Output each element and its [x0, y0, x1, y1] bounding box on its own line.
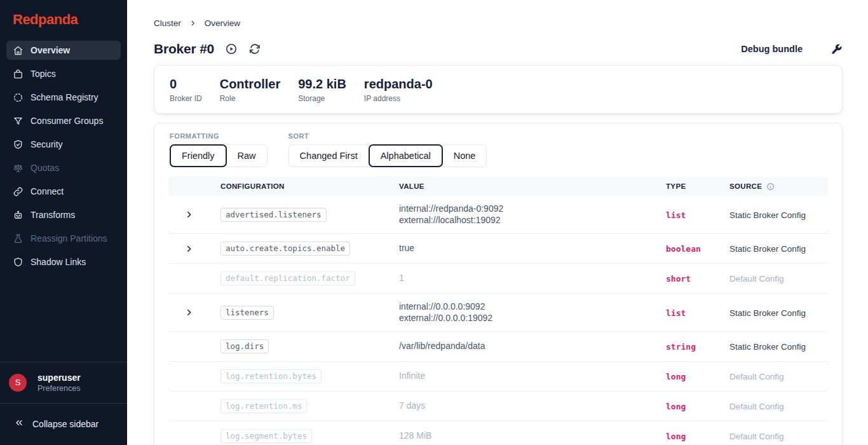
config-source: Default Config [729, 274, 784, 284]
sidebar-item-transforms[interactable]: Transforms [6, 205, 121, 224]
sort-option-alphabetical[interactable]: Alphabetical [369, 144, 443, 167]
expand-chevron-icon[interactable] [185, 245, 220, 253]
page-title: Broker #0 [154, 41, 214, 57]
config-source: Static Broker Config [729, 342, 806, 352]
expand-chevron-icon[interactable] [185, 308, 220, 317]
config-key-badge: log.retention.bytes [220, 369, 322, 383]
config-type: boolean [666, 244, 701, 254]
config-source: Static Broker Config [729, 308, 806, 318]
config-value: true [399, 243, 666, 254]
formatting-label: FORMATTING [170, 132, 268, 140]
table-row[interactable]: advertised.listeners internal://redpanda… [168, 196, 828, 234]
config-type: short [666, 274, 691, 284]
debug-bundle-link[interactable]: Debug bundle [741, 44, 803, 54]
stat-role: Controller Role [220, 76, 281, 103]
config-value: internal://0.0.0.0:9092external://0.0.0.… [399, 301, 666, 324]
config-key-badge: auto.create.topics.enable [220, 242, 350, 256]
sidebar-item-reassign-partitions[interactable]: Reassign Partitions [6, 229, 121, 248]
value-line: /var/lib/redpanda/data [399, 341, 666, 352]
home-icon [12, 44, 24, 56]
config-card: FORMATTING FriendlyRaw SORT Changed Firs… [154, 123, 843, 445]
sidebar-item-label: Topics [31, 69, 56, 79]
table-row[interactable]: auto.create.topics.enable true boolean S… [168, 234, 828, 264]
wrench-icon[interactable] [831, 43, 843, 55]
user-preferences-label[interactable]: Preferences [37, 383, 81, 394]
config-value: 1 [399, 273, 666, 284]
stat-value: redpanda-0 [364, 76, 433, 92]
info-icon[interactable] [766, 182, 775, 191]
sidebar-item-label: Schema Registry [31, 92, 98, 102]
stat-value: 99.2 kiB [298, 76, 346, 92]
sidebar-item-quotas[interactable]: Quotas [6, 158, 121, 177]
sidebar-item-label: Shadow Links [31, 257, 86, 267]
avatar: S [9, 374, 27, 392]
stat-value: Controller [220, 76, 281, 92]
table-header-row: CONFIGURATION VALUE TYPE SOURCE [168, 177, 828, 196]
stat-value: 0 [170, 76, 202, 92]
config-key-badge: listeners [220, 306, 274, 320]
breadcrumb-cluster[interactable]: Cluster [154, 18, 181, 28]
table-row: log.retention.bytes Infinite long Defaul… [168, 362, 828, 392]
config-key-badge: log.dirs [220, 339, 269, 353]
config-type: long [666, 432, 686, 441]
sidebar-bottom: S superuser Preferences Collapse sidebar [0, 362, 127, 445]
sidebar-item-label: Consumer Groups [31, 116, 103, 126]
config-source: Static Broker Config [729, 244, 806, 254]
sidebar-item-shadow-links[interactable]: Shadow Links [6, 252, 121, 271]
sort-label: SORT [288, 132, 487, 140]
header-value: VALUE [399, 182, 666, 190]
breadcrumb-overview[interactable]: Overview [205, 18, 240, 28]
sort-button-group: Changed FirstAlphabeticalNone [288, 144, 487, 167]
config-key-badge: log.segment.bytes [220, 429, 312, 443]
value-line: external://localhost:19092 [399, 215, 666, 226]
value-line: Infinite [399, 371, 666, 382]
config-type: string [666, 342, 696, 352]
filter-funnel-icon [12, 115, 24, 127]
config-key-badge: log.retention.ms [220, 399, 307, 413]
config-source: Default Config [729, 372, 784, 381]
table-body: advertised.listeners internal://redpanda… [168, 196, 828, 445]
header-type: TYPE [666, 182, 729, 190]
sidebar-item-security[interactable]: Security [6, 135, 121, 154]
play-circle-icon[interactable] [225, 43, 238, 55]
stat-label: Storage [298, 94, 346, 103]
table-row: default.replication.factor 1 short Defau… [168, 264, 828, 294]
sidebar-item-label: Security [31, 139, 63, 149]
sidebar-item-label: Overview [31, 45, 70, 55]
sidebar-item-schema-registry[interactable]: Schema Registry [6, 88, 121, 107]
sidebar-item-label: Connect [31, 186, 64, 196]
flask-icon [12, 233, 24, 244]
sidebar-item-consumer-groups[interactable]: Consumer Groups [6, 111, 121, 130]
stat-label: IP address [364, 94, 433, 103]
sidebar-item-topics[interactable]: Topics [6, 64, 121, 83]
header-configuration: CONFIGURATION [220, 182, 399, 190]
table-controls: FORMATTING FriendlyRaw SORT Changed Firs… [168, 132, 828, 167]
value-line: true [399, 243, 666, 254]
config-source: Default Config [729, 432, 784, 441]
robot-icon [12, 209, 24, 221]
sort-option-changed-first[interactable]: Changed First [288, 144, 369, 167]
config-value: internal://redpanda-0:9092external://loc… [399, 203, 666, 226]
sidebar-item-label: Reassign Partitions [31, 233, 107, 243]
config-key-badge: default.replication.factor [220, 271, 355, 285]
formatting-option-raw[interactable]: Raw [226, 144, 268, 167]
table-row: log.retention.ms 7 days long Default Con… [168, 392, 828, 421]
sidebar-item-overview[interactable]: Overview [6, 41, 121, 60]
sidebar-item-connect[interactable]: Connect [6, 182, 121, 201]
expand-chevron-icon[interactable] [185, 210, 220, 219]
config-value: 128 MiB [399, 430, 666, 442]
collapse-sidebar-button[interactable]: Collapse sidebar [0, 404, 127, 445]
sort-control: SORT Changed FirstAlphabeticalNone [288, 132, 487, 167]
main-content: Cluster Overview Broker #0 Debug bundle … [127, 0, 868, 445]
user-menu[interactable]: S superuser Preferences [0, 362, 127, 403]
formatting-option-friendly[interactable]: Friendly [170, 144, 227, 167]
refresh-icon[interactable] [248, 43, 261, 55]
config-type: list [666, 210, 686, 220]
redpanda-logo[interactable]: Redpanda [0, 0, 127, 39]
config-key-badge: advertised.listeners [220, 208, 327, 222]
sidebar-nav: Overview Topics Schema Registry Consumer… [0, 39, 127, 273]
table-row[interactable]: listeners internal://0.0.0.0:9092externa… [168, 294, 828, 332]
value-line: 7 days [399, 400, 666, 412]
stat-ip-address: redpanda-0 IP address [364, 76, 433, 103]
sort-option-none[interactable]: None [442, 144, 487, 167]
